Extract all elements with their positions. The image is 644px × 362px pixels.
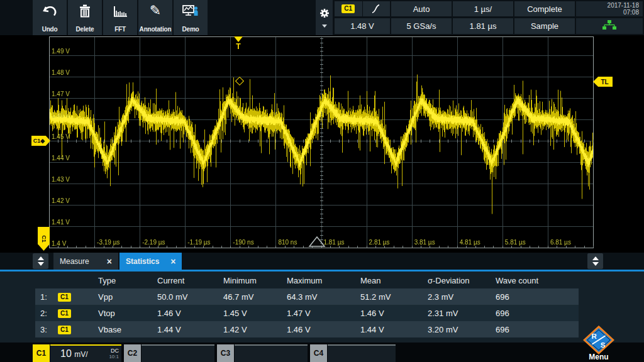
arrow-up-icon [38, 256, 44, 260]
rs-logo[interactable]: R S [583, 326, 614, 354]
measurement-current: 1.46 V [156, 309, 222, 318]
sample-rate-cell[interactable]: 5 GSa/s [391, 18, 452, 34]
channel1-probe: 10:1 [109, 354, 119, 359]
time-axis-label: 6.81 µs [550, 239, 571, 246]
column-header: Type [97, 276, 156, 285]
datetime-display: 2017-11-18 07:08 [576, 1, 643, 16]
measurement-type: Vtop [97, 309, 156, 318]
trigger-mode-value: Auto [413, 4, 430, 14]
table-row[interactable]: 1:C1Vpp50.0 mV46.7 mV64.3 mV51.2 mV2.3 m… [35, 288, 579, 305]
measurement-maximum: 64.3 mV [286, 292, 359, 302]
horizontal-position-value: 1.81 µs [470, 21, 497, 31]
annotation-icon: ✎ [150, 3, 161, 18]
acquisition-status-value: Complete [527, 4, 562, 14]
annotation-button[interactable]: ✎ Annotation [138, 0, 172, 35]
gear-icon [319, 8, 330, 21]
demo-icon [182, 3, 199, 19]
network-status [576, 18, 643, 34]
settings-button[interactable] [316, 0, 333, 35]
measurement-deviation: 2.3 mV [426, 292, 494, 302]
waveform-display[interactable] [0, 35, 644, 253]
scope-display-area: T TL C1◆ C1 1.49 V1.48 V1.47 V1.46 V1.45… [0, 35, 644, 253]
voltage-axis-label: 1.48 V [52, 69, 70, 76]
row-index: 3: [35, 325, 57, 334]
channel3-tab[interactable]: C3 [217, 344, 234, 362]
channel1-tab[interactable]: C1 [33, 344, 50, 362]
channel-badge: C1 [58, 326, 71, 334]
time-value: 07:08 [576, 9, 639, 16]
measurement-current: 50.0 mV [156, 292, 222, 302]
horizontal-position-cell[interactable]: 1.81 µs [453, 18, 513, 34]
time-axis-label: -1.19 µs [187, 239, 210, 246]
channel2-settings[interactable] [142, 344, 214, 362]
menu-button[interactable]: Menu [582, 353, 616, 361]
measurement-maximum: 1.47 V [286, 309, 359, 318]
delete-icon [77, 3, 93, 19]
trigger-slope-icon [363, 4, 391, 14]
voltage-axis-label: 1.42 V [52, 197, 70, 204]
acquisition-mode-value: Sample [531, 21, 558, 31]
timebase-value: 1 µs/ [474, 4, 492, 14]
measurement-type: Vbase [97, 325, 156, 334]
delete-label: Delete [76, 26, 94, 33]
close-icon[interactable]: × [107, 256, 112, 266]
trigger-position-marker[interactable] [234, 36, 243, 42]
acquisition-status-cell[interactable]: Complete [514, 1, 575, 16]
time-axis-label: 3.81 µs [414, 239, 435, 246]
channel4-tab[interactable]: C4 [310, 344, 327, 362]
trigger-position-label: T [233, 42, 243, 51]
tab-measure[interactable]: Measure × [53, 253, 118, 270]
measurement-type: Vpp [97, 292, 156, 302]
measurement-mean: 1.46 V [359, 309, 426, 318]
voltage-axis-label: 1.45 V [52, 133, 70, 140]
left-collapse-spinner[interactable] [33, 253, 48, 269]
channel3-tab-label: C3 [221, 349, 230, 358]
timebase-cell[interactable]: 1 µs/ [453, 1, 513, 16]
channel1-settings[interactable]: 10 mV/ DC 10:1 [50, 344, 121, 362]
table-row[interactable]: 3:C1Vbase1.44 V1.42 V1.46 V1.44 V3.20 mV… [35, 321, 579, 337]
statistics-table: TypeCurrentMinimumMaximumMeanσ-Deviation… [35, 273, 579, 337]
voltage-axis-label: 1.47 V [52, 90, 70, 97]
fft-label: FFT [114, 26, 126, 33]
trigger-mode-cell[interactable]: Auto [391, 1, 452, 16]
table-row[interactable]: 2:C1Vtop1.46 V1.45 V1.47 V1.46 V2.31 mV6… [35, 305, 579, 321]
date-value: 2017-11-18 [576, 2, 639, 9]
network-icon [602, 19, 617, 33]
channel1-coupling-probe: DC 10:1 [109, 348, 119, 359]
undo-icon [42, 3, 58, 19]
tab-statistics[interactable]: Statistics × [119, 253, 182, 270]
table-header-row: TypeCurrentMinimumMaximumMeanσ-Deviation… [35, 273, 579, 288]
channel4-settings[interactable] [328, 344, 396, 362]
close-icon[interactable]: × [170, 256, 175, 266]
time-axis-label: 2.81 µs [369, 239, 390, 246]
svg-text:R: R [592, 332, 597, 340]
measurement-wave_count: 696 [494, 309, 579, 318]
acquisition-mode-cell[interactable]: Sample [514, 18, 575, 34]
annotation-label: Annotation [140, 26, 172, 33]
demo-button[interactable]: Demo [174, 0, 208, 35]
voltage-axis-label: 1.41 V [52, 219, 70, 226]
demo-label: Demo [182, 26, 199, 33]
trigger-level-cell[interactable]: 1.48 V [335, 18, 390, 34]
measurement-wave_count: 696 [494, 325, 579, 334]
right-collapse-spinner[interactable] [587, 253, 603, 269]
voltage-axis-label: 1.46 V [52, 112, 70, 119]
toolbar: Undo Delete FFT ✎ Annotation Demo [0, 0, 644, 35]
fft-button[interactable]: FFT [103, 0, 137, 35]
channel1-tab-label: C1 [36, 349, 46, 358]
sample-rate-value: 5 GSa/s [407, 21, 436, 31]
voltage-axis-label: 1.4 V [52, 240, 66, 247]
tab-measure-label: Measure [60, 257, 89, 266]
undo-button[interactable]: Undo [33, 0, 67, 35]
channel-badge-cell: C1 [57, 308, 97, 318]
time-axis-label: -2.19 µs [142, 239, 165, 246]
trigger-source-cell[interactable]: C1 [335, 1, 390, 16]
time-axis-label: -190 ns [233, 239, 253, 246]
arrow-up-icon [592, 256, 599, 260]
time-axis-label: 5.81 µs [505, 239, 526, 246]
channel4-tab-label: C4 [314, 349, 323, 358]
channel2-tab[interactable]: C2 [124, 344, 141, 362]
oscilloscope-screen: Undo Delete FFT ✎ Annotation Demo [0, 0, 644, 362]
channel3-settings[interactable] [235, 344, 308, 362]
delete-button[interactable]: Delete [68, 0, 102, 35]
